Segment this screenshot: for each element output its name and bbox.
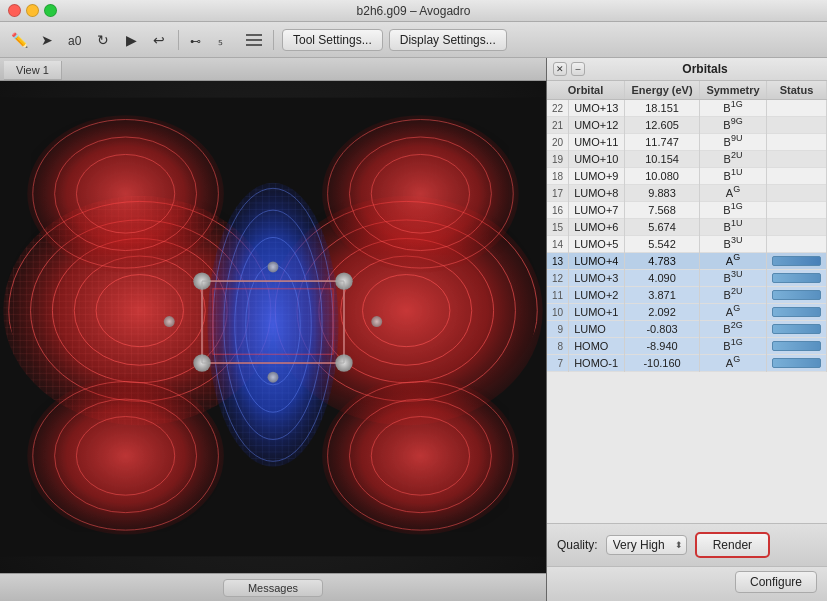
orbital-energy: 12.605 [625,117,700,134]
rotate-icon[interactable]: ↻ [92,29,114,51]
undo-icon[interactable]: ↩ [148,29,170,51]
table-row[interactable]: 21UMO+1212.605B9G [547,117,827,134]
orbital-symmetry: B2U [700,287,767,304]
toolbar-separator-1 [178,30,179,50]
orbital-status [767,355,827,372]
panel-close-button[interactable]: ✕ [553,62,567,76]
orbitals-table-container[interactable]: Orbital Energy (eV) Symmetry Status 22UM… [547,81,827,523]
orbital-name: UMO+13 [569,100,625,117]
render-button[interactable]: Render [695,532,770,558]
orbital-status [767,134,827,151]
tool-settings-button[interactable]: Tool Settings... [282,29,383,51]
orbital-symmetry: B3U [700,270,767,287]
row-number: 22 [547,100,569,117]
orbital-name: UMO+12 [569,117,625,134]
messages-bar: Messages [0,573,546,601]
table-row[interactable]: 13LUMO+44.783AG [547,253,827,270]
window-controls[interactable] [8,4,57,17]
orbital-symmetry: AG [700,355,767,372]
draw-icon[interactable]: ✏️ [8,29,30,51]
table-row[interactable]: 18LUMO+910.080B1U [547,168,827,185]
table-row[interactable]: 12LUMO+34.090B3U [547,270,827,287]
row-number: 17 [547,185,569,202]
table-row[interactable]: 15LUMO+65.674B1U [547,219,827,236]
orbital-status [767,168,827,185]
orbital-name: LUMO+7 [569,202,625,219]
orbital-symmetry: B1G [700,100,767,117]
view-panel: View 1 [0,58,547,601]
quality-label: Quality: [557,538,598,552]
orbital-name: LUMO+4 [569,253,625,270]
row-number: 10 [547,304,569,321]
orbital-symmetry: AG [700,304,767,321]
table-header-row: Orbital Energy (eV) Symmetry Status [547,81,827,100]
orbital-symmetry: B1U [700,168,767,185]
svg-point-54 [268,261,279,272]
quality-select-wrapper[interactable]: Low Medium High Very High [606,535,687,555]
svg-text:₅: ₅ [218,34,223,48]
table-row[interactable]: 19UMO+1010.154B2U [547,151,827,168]
symmetry-header: Symmetry [700,81,767,100]
row-number: 9 [547,321,569,338]
orbitals-title: Orbitals [589,62,821,76]
orbital-energy: 7.568 [625,202,700,219]
table-row[interactable]: 10LUMO+12.092AG [547,304,827,321]
status-bar-fill [772,273,821,283]
orbital-energy: 11.747 [625,134,700,151]
maximize-button[interactable] [44,4,57,17]
table-row[interactable]: 16LUMO+77.568B1G [547,202,827,219]
table-row[interactable]: 14LUMO+55.542B3U [547,236,827,253]
table-row[interactable]: 17LUMO+89.883AG [547,185,827,202]
label-icon[interactable]: ₅ [215,29,237,51]
orbital-symmetry: B2U [700,151,767,168]
panel-collapse-button[interactable]: – [571,62,585,76]
table-row[interactable]: 9LUMO-0.803B2G [547,321,827,338]
orbital-energy: 18.151 [625,100,700,117]
view-1-tab[interactable]: View 1 [4,61,62,80]
main-content: View 1 [0,58,827,601]
orbital-energy: 4.090 [625,270,700,287]
orbital-name: LUMO+1 [569,304,625,321]
row-number: 7 [547,355,569,372]
orbital-name: LUMO+8 [569,185,625,202]
orbital-symmetry: B2G [700,321,767,338]
row-number: 8 [547,338,569,355]
table-row[interactable]: 22UMO+1318.151B1G [547,100,827,117]
table-row[interactable]: 8HOMO-8.940B1G [547,338,827,355]
orbital-status [767,253,827,270]
svg-point-57 [371,316,382,327]
orbital-header: Orbital [547,81,625,100]
navigate-icon[interactable]: ➤ [36,29,58,51]
orbital-status [767,100,827,117]
row-number: 18 [547,168,569,185]
orbital-name: HOMO [569,338,625,355]
table-row[interactable]: 11LUMO+23.871B2U [547,287,827,304]
svg-point-38 [322,377,519,534]
row-number: 16 [547,202,569,219]
row-number: 12 [547,270,569,287]
orbital-symmetry: AG [700,185,767,202]
bond-icon[interactable]: a0 [64,29,86,51]
orbital-status [767,202,827,219]
orbital-energy: 2.092 [625,304,700,321]
svg-text:⊷: ⊷ [190,35,201,47]
orbital-energy: 5.674 [625,219,700,236]
table-row[interactable]: 20UMO+1111.747B9U [547,134,827,151]
close-button[interactable] [8,4,21,17]
orbital-status [767,321,827,338]
orbital-energy: 10.154 [625,151,700,168]
3d-viewport[interactable] [0,81,546,573]
display-settings-button[interactable]: Display Settings... [389,29,507,51]
svg-point-43 [207,183,338,467]
measure-icon[interactable]: ⊷ [187,29,209,51]
extra-icon[interactable] [243,29,265,51]
messages-button[interactable]: Messages [223,579,323,597]
table-row[interactable]: 7HOMO-1-10.160AG [547,355,827,372]
status-bar-fill [772,341,821,351]
quality-select[interactable]: Low Medium High Very High [606,535,687,555]
orbital-symmetry: B1G [700,202,767,219]
select-icon[interactable]: ▶ [120,29,142,51]
orbitals-header: ✕ – Orbitals [547,58,827,81]
minimize-button[interactable] [26,4,39,17]
configure-button[interactable]: Configure [735,571,817,593]
